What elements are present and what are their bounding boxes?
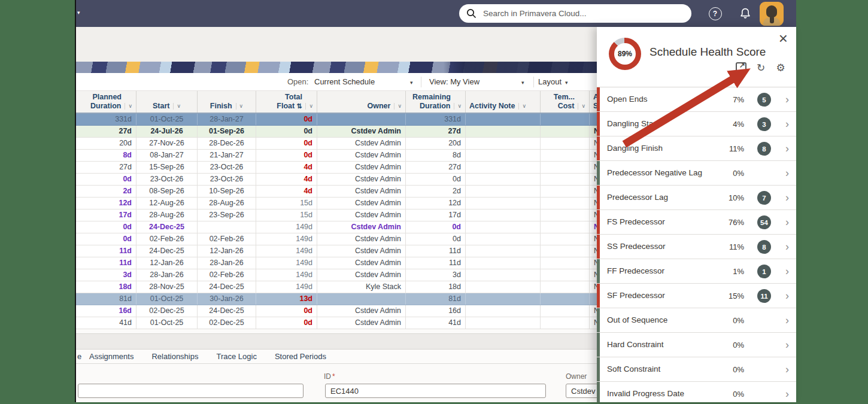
table-row[interactable]: 17d28-Aug-2623-Sep-2615dCstdev Admin17dN… [76, 209, 626, 221]
health-metric-row[interactable]: Predecessor Negative Lag0%› [597, 161, 796, 186]
health-metric-row[interactable]: Soft Constraint0%› [597, 357, 796, 382]
view-caret-icon[interactable]: ▾ [518, 73, 524, 90]
help-button[interactable]: ? [708, 6, 723, 21]
screen: { "topbar": { "search_placeholder": "Sea… [0, 0, 868, 404]
health-metric-row[interactable]: Hard Constraint0%› [597, 333, 796, 357]
user-avatar[interactable] [760, 2, 784, 26]
cell: 23-Sep-26 [198, 209, 256, 221]
chevron-right-icon[interactable]: › [785, 363, 789, 376]
metric-percent: 0% [718, 341, 744, 350]
col-header-float[interactable]: TotalFloat⇅∨ [256, 91, 317, 113]
column-menu-chevron-icon[interactable]: ∨ [454, 103, 462, 110]
cell: 81d [406, 293, 466, 305]
tab-trace-logic[interactable]: Trace Logic [216, 352, 256, 361]
cell [541, 114, 590, 125]
col-header-cost[interactable]: Tem...Cost∨ [541, 91, 590, 113]
health-metric-row[interactable]: Predecessor Lag10%7› [597, 186, 796, 210]
cell: 2d [406, 186, 466, 197]
chevron-right-icon[interactable]: › [785, 387, 789, 400]
health-metric-row[interactable]: Invalid Progress Date0%› [597, 382, 796, 402]
chevron-right-icon[interactable]: › [785, 314, 789, 327]
table-row[interactable]: 27d15-Sep-2623-Oct-264dCstdev Admin27dNo… [76, 162, 626, 174]
chevron-right-icon[interactable]: › [785, 117, 789, 130]
chevron-right-icon[interactable]: › [785, 215, 789, 229]
health-metric-row[interactable]: Open Ends7%5› [597, 87, 796, 112]
table-row[interactable]: 8d08-Jan-2721-Jan-270dCstdev Admin8dNot … [76, 150, 626, 162]
health-metric-row[interactable]: FS Predecessor76%54› [597, 210, 796, 235]
table-row[interactable]: 18d28-Nov-2524-Dec-25149dKyle Stack18dNo… [76, 281, 626, 293]
chevron-right-icon[interactable]: › [785, 289, 789, 302]
column-menu-chevron-icon[interactable]: ∨ [305, 103, 313, 110]
col-header-owner[interactable]: Owner∨ [317, 91, 406, 113]
table-row[interactable]: 81d01-Oct-2530-Jan-2613d81d [76, 293, 626, 305]
chevron-right-icon[interactable]: › [785, 166, 789, 180]
column-menu-chevron-icon[interactable]: ∨ [125, 103, 132, 110]
table-row[interactable]: 3d28-Jan-2602-Feb-26149dCstdev Admin3dNo… [76, 269, 626, 281]
chevron-right-icon[interactable]: › [785, 338, 789, 351]
count-badge: 8 [757, 142, 771, 156]
cell: 3d [76, 269, 136, 281]
cell: 16d [76, 305, 136, 317]
close-icon[interactable]: × [779, 31, 788, 46]
col-header-duration[interactable]: RemainingDuration∨ [406, 91, 466, 113]
table-row[interactable]: 0d24-Dec-25149dCstdev Admin0dNot Started [76, 221, 626, 233]
health-metric-row[interactable]: Dangling Start4%3› [597, 112, 796, 136]
chevron-right-icon[interactable]: › [785, 240, 789, 253]
health-metric-row[interactable]: FF Predecessor1%1› [597, 259, 796, 284]
notifications-button[interactable] [738, 6, 752, 21]
id-field[interactable] [325, 384, 546, 398]
table-row[interactable]: 331d01-Oct-2528-Jan-270d331d [76, 114, 626, 126]
tab-relationships[interactable]: Relationships [151, 352, 198, 361]
metric-percent: 15% [718, 291, 744, 300]
health-metric-row[interactable]: SS Predecessor11%8› [597, 235, 796, 259]
table-row[interactable]: 11d12-Jan-2628-Jan-26149dCstdev Admin11d… [76, 257, 626, 269]
health-metric-row[interactable]: Out of Sequence0%› [597, 308, 796, 333]
cell [466, 198, 541, 209]
collapse-caret-icon[interactable]: ▾ [77, 10, 80, 16]
table-row[interactable]: 11d24-Dec-2512-Jan-26149dCstdev Admin11d… [76, 245, 626, 257]
table-row[interactable]: 12d12-Aug-2628-Aug-2615dCstdev Admin12dN… [76, 198, 626, 209]
cell [541, 198, 590, 209]
clipped-tab-fragment[interactable]: e [77, 352, 81, 361]
column-menu-chevron-icon[interactable]: ∨ [236, 103, 244, 110]
col-header-activity-note[interactable]: Activity Note∨ [466, 91, 541, 113]
refresh-icon[interactable]: ↻ [755, 62, 767, 74]
open-schedule-dropdown[interactable]: Current Schedule [314, 73, 375, 90]
tab-assignments[interactable]: Assignments [89, 352, 133, 361]
table-row[interactable]: 2d08-Sep-2610-Sep-264dCstdev Admin2dNot … [76, 186, 626, 198]
column-menu-chevron-icon[interactable]: ∨ [578, 103, 585, 110]
global-search[interactable] [459, 4, 691, 23]
sort-icon[interactable]: ⇅ [296, 103, 302, 110]
cell [541, 245, 590, 257]
column-menu-chevron-icon[interactable]: ∨ [394, 103, 402, 110]
table-row[interactable]: 20d27-Nov-2628-Dec-260dCstdev Admin20dNo… [76, 138, 626, 150]
col-header-label: Owner [368, 102, 391, 111]
table-row[interactable]: 0d23-Oct-2623-Oct-264dCstdev Admin0dNot … [76, 174, 626, 186]
col-header-finish[interactable]: Finish∨ [198, 91, 256, 113]
table-row[interactable]: 16d02-Dec-2524-Dec-250dCstdev Admin16dNo… [76, 305, 626, 317]
cell [466, 114, 541, 125]
chevron-right-icon[interactable]: › [785, 93, 789, 106]
table-row[interactable]: 41d01-Oct-2502-Dec-250dCstdev Admin41dNo… [76, 317, 626, 329]
metric-percent: 11% [718, 242, 744, 251]
col-header-start[interactable]: Start∨ [136, 91, 198, 113]
chevron-right-icon[interactable]: › [785, 142, 789, 155]
name-field[interactable] [78, 384, 304, 398]
col-header-duration[interactable]: PlannedDuration∨ [76, 91, 136, 113]
tab-stored-periods[interactable]: Stored Periods [275, 352, 326, 361]
column-menu-chevron-icon[interactable]: ∨ [518, 103, 526, 110]
cell: 17d [406, 209, 466, 221]
layout-dropdown[interactable]: Layout▾ [538, 73, 568, 90]
search-input[interactable] [482, 8, 684, 19]
column-menu-chevron-icon[interactable]: ∨ [173, 103, 181, 110]
open-in-new-icon[interactable]: ↗ [735, 62, 747, 74]
chevron-right-icon[interactable]: › [785, 191, 789, 204]
health-metric-row[interactable]: Dangling Finish11%8› [597, 136, 796, 161]
table-row[interactable]: 27d24-Jul-2601-Sep-260dCstdev Admin27dNo… [76, 126, 626, 138]
view-dropdown[interactable]: View: My View [429, 73, 479, 90]
open-schedule-caret-icon[interactable]: ▾ [406, 73, 413, 90]
table-row[interactable]: 0d02-Feb-2602-Feb-26149dCstdev Admin0dNo… [76, 233, 626, 245]
chevron-right-icon[interactable]: › [785, 265, 789, 278]
settings-gear-icon[interactable]: ⚙ [775, 62, 787, 74]
health-metric-row[interactable]: SF Predecessor15%11› [597, 284, 796, 308]
